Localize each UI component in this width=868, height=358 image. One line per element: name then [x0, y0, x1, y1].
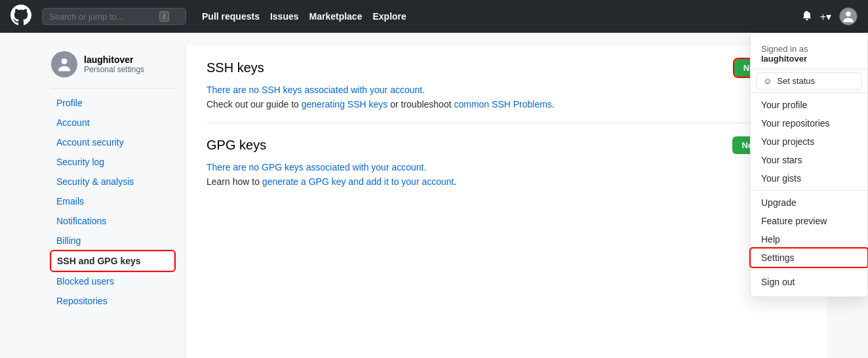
- sidebar-item-billing[interactable]: Billing: [51, 231, 174, 250]
- set-status-item[interactable]: ☺ Set status: [756, 72, 862, 90]
- gpg-empty-text: There are no GPG keys associated with yo…: [207, 162, 806, 172]
- search-box[interactable]: /: [42, 8, 186, 25]
- notifications-bell-icon[interactable]: [802, 10, 812, 24]
- sidebar-item-emails[interactable]: Emails: [51, 192, 174, 210]
- your-repositories-link[interactable]: Your repositories: [751, 114, 867, 132]
- ssh-generating-link[interactable]: generating SSH keys: [302, 99, 388, 109]
- your-projects-link[interactable]: Your projects: [751, 132, 867, 151]
- ssh-guide-text: Check out our guide to generating SSH ke…: [207, 99, 806, 109]
- sidebar: laughitover Personal settings ProfileAcc…: [41, 46, 185, 358]
- issues-link[interactable]: Issues: [270, 11, 299, 22]
- sidebar-username: laughitover: [84, 54, 144, 65]
- sidebar-item-notifications[interactable]: Notifications: [51, 212, 174, 230]
- sign-out-link[interactable]: Sign out: [751, 273, 867, 291]
- sidebar-item-ssh-and-gpg-keys[interactable]: SSH and GPG keys: [51, 251, 174, 271]
- topnav-right: +▾: [802, 7, 858, 26]
- ssh-section-title: SSH keys: [207, 60, 264, 75]
- sidebar-user-info: laughitover Personal settings: [84, 54, 144, 74]
- ssh-problems-link[interactable]: common SSH Problems: [454, 99, 551, 109]
- marketplace-link[interactable]: Marketplace: [309, 11, 363, 22]
- help-link[interactable]: Help: [751, 230, 867, 249]
- sidebar-item-blocked-users[interactable]: Blocked users: [51, 272, 174, 290]
- sidebar-item-account[interactable]: Account: [51, 113, 174, 132]
- sidebar-item-account-security[interactable]: Account security: [51, 133, 174, 151]
- github-logo-icon[interactable]: [10, 5, 31, 29]
- dropdown-username: laughitover: [761, 54, 857, 64]
- slash-badge: /: [159, 11, 169, 22]
- ssh-section-header: SSH keys New SSH key: [207, 59, 806, 77]
- feature-preview-link[interactable]: Feature preview: [751, 212, 867, 230]
- sidebar-nav: ProfileAccountAccount securitySecurity l…: [51, 94, 174, 310]
- search-input[interactable]: [49, 12, 154, 22]
- sidebar-sublabel: Personal settings: [84, 65, 144, 74]
- sidebar-item-security-&-analysis[interactable]: Security & analysis: [51, 172, 174, 191]
- ssh-section: SSH keys New SSH key There are no SSH ke…: [207, 46, 806, 123]
- your-profile-link[interactable]: Your profile: [751, 96, 867, 114]
- sidebar-item-security-log[interactable]: Security log: [51, 153, 174, 171]
- gpg-guide-text: Learn how to generate a GPG key and add …: [207, 176, 806, 187]
- main-content: SSH keys New SSH key There are no SSH ke…: [185, 46, 827, 358]
- user-avatar[interactable]: [839, 7, 858, 26]
- smiley-icon: ☺: [763, 76, 772, 86]
- user-dropdown-menu: Signed in as laughitover ☺ Set status Yo…: [750, 33, 868, 297]
- plus-new-icon[interactable]: +▾: [820, 10, 831, 23]
- gpg-section-title: GPG keys: [207, 138, 266, 153]
- dropdown-divider-1: [751, 92, 867, 93]
- dropdown-divider-2: [751, 190, 867, 191]
- pull-requests-link[interactable]: Pull requests: [202, 11, 260, 22]
- gpg-guide-link[interactable]: generate a GPG key and add it to your ac…: [262, 176, 454, 187]
- upgrade-link[interactable]: Upgrade: [751, 193, 867, 212]
- your-stars-link[interactable]: Your stars: [751, 151, 867, 169]
- your-gists-link[interactable]: Your gists: [751, 169, 867, 188]
- sidebar-item-profile[interactable]: Profile: [51, 94, 174, 112]
- explore-link[interactable]: Explore: [372, 11, 406, 22]
- page-layout: laughitover Personal settings ProfileAcc…: [41, 33, 827, 358]
- gpg-section-header: GPG keys New GPG key: [207, 136, 806, 154]
- dropdown-signed-as: Signed in as laughitover: [751, 39, 867, 70]
- dropdown-divider-3: [751, 269, 867, 270]
- ssh-empty-text: There are no SSH keys associated with yo…: [207, 85, 806, 95]
- sidebar-avatar: [51, 51, 77, 77]
- sidebar-item-repositories[interactable]: Repositories: [51, 292, 174, 310]
- topnav-links: Pull requests Issues Marketplace Explore: [202, 11, 406, 22]
- topnav: / Pull requests Issues Marketplace Explo…: [0, 0, 868, 33]
- gpg-section: GPG keys New GPG key There are no GPG ke…: [207, 123, 806, 200]
- settings-link[interactable]: Settings: [751, 249, 867, 267]
- sidebar-user: laughitover Personal settings: [51, 46, 174, 89]
